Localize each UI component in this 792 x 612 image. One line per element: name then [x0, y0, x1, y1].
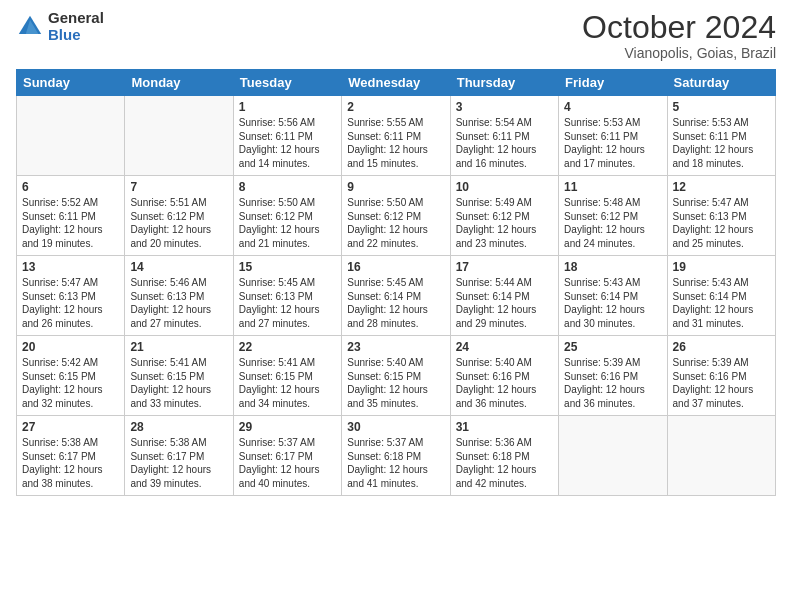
calendar-cell: 4Sunrise: 5:53 AMSunset: 6:11 PMDaylight…: [559, 96, 667, 176]
day-info: Sunrise: 5:46 AMSunset: 6:13 PMDaylight:…: [130, 276, 227, 330]
day-number: 6: [22, 180, 119, 194]
day-info: Sunrise: 5:44 AMSunset: 6:14 PMDaylight:…: [456, 276, 553, 330]
calendar-cell: 23Sunrise: 5:40 AMSunset: 6:15 PMDayligh…: [342, 336, 450, 416]
day-number: 29: [239, 420, 336, 434]
day-info: Sunrise: 5:45 AMSunset: 6:14 PMDaylight:…: [347, 276, 444, 330]
calendar-cell: 21Sunrise: 5:41 AMSunset: 6:15 PMDayligh…: [125, 336, 233, 416]
day-number: 9: [347, 180, 444, 194]
calendar-cell: 5Sunrise: 5:53 AMSunset: 6:11 PMDaylight…: [667, 96, 775, 176]
calendar-table: Sunday Monday Tuesday Wednesday Thursday…: [16, 69, 776, 496]
day-info: Sunrise: 5:56 AMSunset: 6:11 PMDaylight:…: [239, 116, 336, 170]
calendar-cell: [559, 416, 667, 496]
day-info: Sunrise: 5:36 AMSunset: 6:18 PMDaylight:…: [456, 436, 553, 490]
calendar-cell: [17, 96, 125, 176]
day-info: Sunrise: 5:47 AMSunset: 6:13 PMDaylight:…: [22, 276, 119, 330]
day-number: 17: [456, 260, 553, 274]
col-friday: Friday: [559, 70, 667, 96]
logo-icon: [16, 13, 44, 41]
calendar-cell: 12Sunrise: 5:47 AMSunset: 6:13 PMDayligh…: [667, 176, 775, 256]
day-number: 5: [673, 100, 770, 114]
calendar-cell: 22Sunrise: 5:41 AMSunset: 6:15 PMDayligh…: [233, 336, 341, 416]
day-number: 2: [347, 100, 444, 114]
calendar-cell: 10Sunrise: 5:49 AMSunset: 6:12 PMDayligh…: [450, 176, 558, 256]
day-number: 23: [347, 340, 444, 354]
day-number: 10: [456, 180, 553, 194]
day-info: Sunrise: 5:43 AMSunset: 6:14 PMDaylight:…: [673, 276, 770, 330]
day-number: 25: [564, 340, 661, 354]
calendar-cell: 29Sunrise: 5:37 AMSunset: 6:17 PMDayligh…: [233, 416, 341, 496]
day-info: Sunrise: 5:48 AMSunset: 6:12 PMDaylight:…: [564, 196, 661, 250]
day-number: 7: [130, 180, 227, 194]
day-info: Sunrise: 5:50 AMSunset: 6:12 PMDaylight:…: [347, 196, 444, 250]
calendar-week-row: 20Sunrise: 5:42 AMSunset: 6:15 PMDayligh…: [17, 336, 776, 416]
calendar-cell: 17Sunrise: 5:44 AMSunset: 6:14 PMDayligh…: [450, 256, 558, 336]
logo: General Blue: [16, 10, 104, 43]
calendar-week-row: 13Sunrise: 5:47 AMSunset: 6:13 PMDayligh…: [17, 256, 776, 336]
calendar-cell: [125, 96, 233, 176]
day-number: 12: [673, 180, 770, 194]
day-number: 14: [130, 260, 227, 274]
day-number: 27: [22, 420, 119, 434]
calendar-week-row: 27Sunrise: 5:38 AMSunset: 6:17 PMDayligh…: [17, 416, 776, 496]
day-number: 21: [130, 340, 227, 354]
col-sunday: Sunday: [17, 70, 125, 96]
calendar-cell: 25Sunrise: 5:39 AMSunset: 6:16 PMDayligh…: [559, 336, 667, 416]
day-info: Sunrise: 5:37 AMSunset: 6:18 PMDaylight:…: [347, 436, 444, 490]
day-info: Sunrise: 5:41 AMSunset: 6:15 PMDaylight:…: [239, 356, 336, 410]
day-number: 8: [239, 180, 336, 194]
day-number: 13: [22, 260, 119, 274]
calendar-cell: 20Sunrise: 5:42 AMSunset: 6:15 PMDayligh…: [17, 336, 125, 416]
day-info: Sunrise: 5:51 AMSunset: 6:12 PMDaylight:…: [130, 196, 227, 250]
day-info: Sunrise: 5:53 AMSunset: 6:11 PMDaylight:…: [673, 116, 770, 170]
day-number: 26: [673, 340, 770, 354]
calendar-cell: 8Sunrise: 5:50 AMSunset: 6:12 PMDaylight…: [233, 176, 341, 256]
calendar-cell: 13Sunrise: 5:47 AMSunset: 6:13 PMDayligh…: [17, 256, 125, 336]
calendar-cell: 31Sunrise: 5:36 AMSunset: 6:18 PMDayligh…: [450, 416, 558, 496]
day-number: 3: [456, 100, 553, 114]
day-info: Sunrise: 5:45 AMSunset: 6:13 PMDaylight:…: [239, 276, 336, 330]
calendar-cell: 26Sunrise: 5:39 AMSunset: 6:16 PMDayligh…: [667, 336, 775, 416]
calendar-cell: 16Sunrise: 5:45 AMSunset: 6:14 PMDayligh…: [342, 256, 450, 336]
calendar-cell: 28Sunrise: 5:38 AMSunset: 6:17 PMDayligh…: [125, 416, 233, 496]
calendar-cell: 19Sunrise: 5:43 AMSunset: 6:14 PMDayligh…: [667, 256, 775, 336]
col-thursday: Thursday: [450, 70, 558, 96]
day-number: 31: [456, 420, 553, 434]
logo-blue-text: Blue: [48, 27, 104, 44]
calendar-cell: 30Sunrise: 5:37 AMSunset: 6:18 PMDayligh…: [342, 416, 450, 496]
col-saturday: Saturday: [667, 70, 775, 96]
day-number: 20: [22, 340, 119, 354]
day-info: Sunrise: 5:50 AMSunset: 6:12 PMDaylight:…: [239, 196, 336, 250]
calendar-cell: 7Sunrise: 5:51 AMSunset: 6:12 PMDaylight…: [125, 176, 233, 256]
day-info: Sunrise: 5:52 AMSunset: 6:11 PMDaylight:…: [22, 196, 119, 250]
day-info: Sunrise: 5:40 AMSunset: 6:15 PMDaylight:…: [347, 356, 444, 410]
day-number: 22: [239, 340, 336, 354]
day-number: 19: [673, 260, 770, 274]
title-area: October 2024 Vianopolis, Goias, Brazil: [582, 10, 776, 61]
calendar-header-row: Sunday Monday Tuesday Wednesday Thursday…: [17, 70, 776, 96]
calendar-week-row: 6Sunrise: 5:52 AMSunset: 6:11 PMDaylight…: [17, 176, 776, 256]
day-info: Sunrise: 5:42 AMSunset: 6:15 PMDaylight:…: [22, 356, 119, 410]
day-info: Sunrise: 5:47 AMSunset: 6:13 PMDaylight:…: [673, 196, 770, 250]
calendar-cell: 2Sunrise: 5:55 AMSunset: 6:11 PMDaylight…: [342, 96, 450, 176]
calendar-cell: [667, 416, 775, 496]
day-number: 11: [564, 180, 661, 194]
day-info: Sunrise: 5:55 AMSunset: 6:11 PMDaylight:…: [347, 116, 444, 170]
day-number: 30: [347, 420, 444, 434]
day-info: Sunrise: 5:53 AMSunset: 6:11 PMDaylight:…: [564, 116, 661, 170]
day-number: 4: [564, 100, 661, 114]
calendar-cell: 9Sunrise: 5:50 AMSunset: 6:12 PMDaylight…: [342, 176, 450, 256]
location: Vianopolis, Goias, Brazil: [582, 45, 776, 61]
day-number: 24: [456, 340, 553, 354]
day-info: Sunrise: 5:41 AMSunset: 6:15 PMDaylight:…: [130, 356, 227, 410]
day-info: Sunrise: 5:49 AMSunset: 6:12 PMDaylight:…: [456, 196, 553, 250]
calendar-cell: 24Sunrise: 5:40 AMSunset: 6:16 PMDayligh…: [450, 336, 558, 416]
day-info: Sunrise: 5:39 AMSunset: 6:16 PMDaylight:…: [673, 356, 770, 410]
day-number: 1: [239, 100, 336, 114]
col-monday: Monday: [125, 70, 233, 96]
calendar-cell: 1Sunrise: 5:56 AMSunset: 6:11 PMDaylight…: [233, 96, 341, 176]
day-info: Sunrise: 5:38 AMSunset: 6:17 PMDaylight:…: [22, 436, 119, 490]
calendar-cell: 15Sunrise: 5:45 AMSunset: 6:13 PMDayligh…: [233, 256, 341, 336]
calendar-cell: 6Sunrise: 5:52 AMSunset: 6:11 PMDaylight…: [17, 176, 125, 256]
day-number: 18: [564, 260, 661, 274]
calendar-cell: 18Sunrise: 5:43 AMSunset: 6:14 PMDayligh…: [559, 256, 667, 336]
